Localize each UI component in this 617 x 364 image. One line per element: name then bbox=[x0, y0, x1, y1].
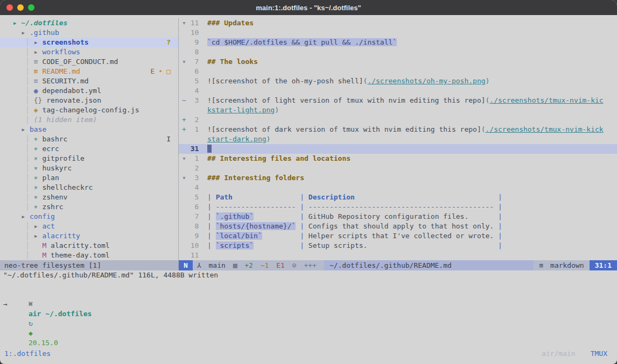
buffer-text: `scripts` bbox=[216, 241, 254, 249]
tree-item-github[interactable]: ▸ .github bbox=[0, 28, 178, 38]
editor-line[interactable]: ▾ 11 ### Updates bbox=[179, 18, 617, 28]
shell-file-icon: ∗ bbox=[34, 154, 43, 162]
buffer-text: ) bbox=[486, 77, 490, 85]
prompt-input-line[interactable]: → bbox=[0, 299, 617, 309]
expander-icon[interactable]: ▸ bbox=[21, 212, 30, 220]
tree-item-ecrc[interactable]: │ ∗ ecrc bbox=[0, 144, 178, 154]
buffer-text bbox=[233, 193, 296, 201]
tree-item-base[interactable]: ▸ base bbox=[0, 125, 178, 134]
expander-icon[interactable]: ▸ bbox=[34, 38, 43, 46]
editor-line[interactable]: kstart-light.png) bbox=[179, 105, 617, 115]
expander-icon[interactable]: ▸ bbox=[34, 232, 43, 240]
tmux-window-item[interactable]: 1:.dotfiles bbox=[4, 349, 51, 359]
gutter-space bbox=[182, 232, 191, 240]
prompt-host-path: air ~/.dotfiles bbox=[29, 310, 92, 318]
tree-item-config[interactable]: ▸ config bbox=[0, 212, 178, 222]
zoom-button[interactable] bbox=[28, 4, 34, 11]
tree-item-security-md[interactable]: │ ≡ SECURITY.md bbox=[0, 76, 178, 86]
tree-item-label: zshrc bbox=[42, 203, 63, 211]
editor-line[interactable]: 6 bbox=[179, 67, 617, 76]
editor-line[interactable]: 7 | `.github` | GitHub Repository config… bbox=[179, 212, 617, 222]
editor-line[interactable]: 11 bbox=[179, 251, 617, 260]
expander-icon[interactable]: ▸ bbox=[13, 19, 22, 27]
editor-line[interactable]: 6 | ------------------- | --------------… bbox=[179, 202, 617, 212]
gutter-space bbox=[182, 251, 191, 259]
tree-item-readme-md[interactable]: │ ≡ README.mdE•□ bbox=[0, 67, 178, 76]
editor-line[interactable]: 5 | Path | Description | bbox=[179, 192, 617, 202]
tree-item-theme-day-toml[interactable]: │ M theme-day.toml bbox=[0, 251, 178, 260]
tree-item-alacritty[interactable]: │ ▸ alacritty bbox=[0, 231, 178, 241]
line-number: 1 bbox=[191, 154, 207, 162]
expander-icon[interactable]: ▸ bbox=[21, 125, 30, 133]
statusline-extra: +++ bbox=[304, 261, 316, 269]
tree-item-screenshots[interactable]: │ ▸ screenshots? bbox=[0, 38, 178, 47]
buffer-text: Description bbox=[308, 193, 355, 201]
git-branch-name: main bbox=[208, 261, 225, 269]
line-number: 2 bbox=[191, 164, 207, 172]
tree-item-plan[interactable]: │ ∗ plan bbox=[0, 173, 178, 183]
readonly-icon: ⊙ bbox=[292, 261, 297, 269]
expander-icon[interactable]: ▸ bbox=[34, 222, 43, 230]
indent-guide: │ bbox=[4, 135, 34, 143]
tree-item-badges: I bbox=[163, 134, 178, 144]
diagnostic-error-count: E1 bbox=[276, 261, 285, 269]
editor-line[interactable]: ▾ 3 ### Interesting folders bbox=[179, 173, 617, 183]
cursor-line[interactable]: 31 bbox=[179, 144, 617, 154]
editor-line[interactable]: 4 bbox=[179, 183, 617, 192]
tree-item-alacritty-toml[interactable]: │ M alacritty.toml bbox=[0, 241, 178, 251]
buffer-text: | bbox=[296, 212, 308, 220]
editor-line[interactable]: 8 | `hosts/{hostname}/` | Configs that s… bbox=[179, 222, 617, 231]
editor-line[interactable]: 10 bbox=[179, 28, 617, 38]
expander-icon[interactable]: ▸ bbox=[34, 48, 43, 56]
tree-item-huskyrc[interactable]: │ ∗ huskyrc bbox=[0, 163, 178, 173]
close-button[interactable] bbox=[6, 4, 13, 11]
unstaged-badge: □ bbox=[166, 67, 171, 75]
editor-line[interactable]: 9 `cd $HOME/.dotfiles && git pull && ./i… bbox=[179, 38, 617, 47]
tree-item-label: alacritty bbox=[42, 232, 80, 240]
tree-item-act[interactable]: │ ▸ act bbox=[0, 222, 178, 231]
tree-item-renovate-json[interactable]: │ {} renovate.json bbox=[0, 96, 178, 105]
editor-line[interactable]: start-dark.png) bbox=[179, 134, 617, 144]
tree-item-zshenv[interactable]: │ ∗ zshenv bbox=[0, 192, 178, 202]
editor-line[interactable]: 5 ![screenshot of the oh-my-posh shell](… bbox=[179, 76, 617, 86]
tree-item-1-hidden-item[interactable]: │ (1 hidden item) bbox=[0, 115, 178, 125]
tree-item-dependabot-yml[interactable]: │ ◉ dependabot.yml bbox=[0, 86, 178, 96]
expander-icon[interactable]: ▸ bbox=[21, 28, 30, 37]
node-icon: ◆ bbox=[29, 329, 33, 337]
tree-item-gitprofile[interactable]: │ ∗ gitprofile bbox=[0, 154, 178, 163]
tree-item-workflows[interactable]: │ ▸ workflows bbox=[0, 47, 178, 57]
neotree-statusline: neo-tree filesystem [1] bbox=[0, 260, 178, 270]
editor-line[interactable]: 4 bbox=[179, 86, 617, 96]
editor-line[interactable]: ▾ 1 ## Interesting files and locations bbox=[179, 154, 617, 163]
statusline: N Y main ▦ +2 ~1 E1 ⊙ +++ ~/.dotfiles/.g… bbox=[179, 260, 617, 270]
editor-line[interactable]: 9 | `local/bin` | Helper scripts that I'… bbox=[179, 231, 617, 241]
gutter-space bbox=[182, 212, 191, 220]
buffer-text: | bbox=[494, 222, 502, 230]
tree-item-label: base bbox=[30, 125, 46, 133]
tree-item-label: gitprofile bbox=[42, 154, 84, 162]
tree-item-dotfiles[interactable]: ▸ ~/.dotfiles bbox=[0, 18, 178, 28]
tree-item-tag-changelog-config-js[interactable]: │ ◈ tag-changelog-config.js bbox=[0, 105, 178, 115]
editor-line[interactable]: + 2 bbox=[179, 115, 617, 125]
tree-item-zshrc[interactable]: │ ∗ zshrc bbox=[0, 202, 178, 212]
editor-line[interactable]: 8 bbox=[179, 47, 617, 57]
tree-item-bashrc[interactable]: │ ∗ bashrcI bbox=[0, 134, 178, 144]
minimize-button[interactable] bbox=[17, 4, 24, 11]
indent-guide bbox=[4, 212, 21, 220]
git-branch-icon: Y bbox=[197, 260, 201, 270]
buffer-text: | bbox=[207, 222, 216, 230]
tree-item-code-of-conduct-md[interactable]: │ ≡ CODE_OF_CONDUCT.md bbox=[0, 57, 178, 67]
editor-line[interactable]: 10 | `scripts` | Setup scripts. | bbox=[179, 241, 617, 251]
editor-line[interactable]: 2 bbox=[179, 163, 617, 173]
tree-item-shellcheckrc[interactable]: │ ∗ shellcheckrc bbox=[0, 183, 178, 192]
editor-line[interactable]: ~ 3 ![screenshot of light version of tmu… bbox=[179, 96, 617, 105]
editor-line[interactable]: ▾ 7 ## The looks bbox=[179, 57, 617, 67]
git-sync-icon: ↻ bbox=[29, 319, 33, 327]
line-number bbox=[191, 135, 207, 143]
buffer-text: | bbox=[296, 193, 308, 201]
tree-item-label: ~/.dotfiles bbox=[21, 19, 67, 27]
editor-line[interactable]: + 1 ![screenshot of dark version of tmux… bbox=[179, 125, 617, 134]
tree-item-label: SECURITY.md bbox=[42, 77, 88, 85]
line-number: 4 bbox=[191, 87, 207, 95]
markdown-file-icon: ≡ bbox=[34, 58, 43, 66]
